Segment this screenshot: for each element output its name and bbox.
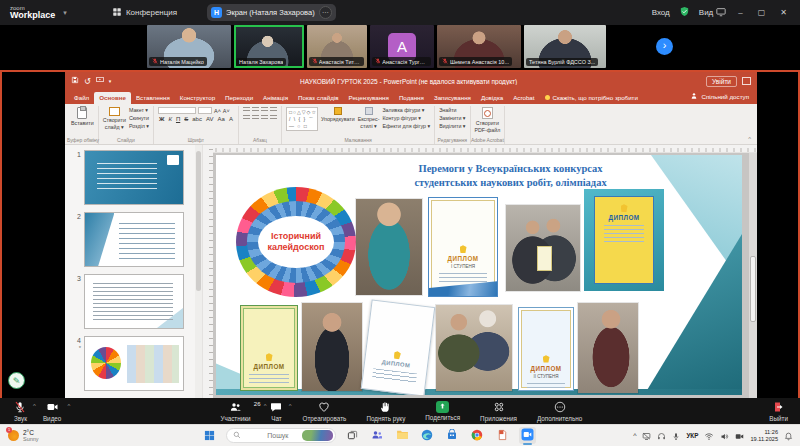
- font-style-button[interactable]: AV: [205, 116, 215, 122]
- chrome-button[interactable]: [469, 427, 486, 444]
- ribbon-tab-2[interactable]: Основне: [94, 92, 131, 104]
- font-name-box[interactable]: [158, 107, 196, 114]
- slide-thumbnail-row[interactable]: 4*: [69, 336, 193, 391]
- participant-tile[interactable]: Тетяна Бурлій ФДССО З...: [524, 25, 606, 68]
- ribbon-tab-1[interactable]: Файл: [69, 92, 94, 104]
- participant-tile[interactable]: Наталія Мацейко: [147, 25, 231, 68]
- participant-tile[interactable]: Наталя Захарова: [234, 25, 304, 68]
- ppt-sign-in-button[interactable]: Увійти: [706, 76, 737, 87]
- minimize-button[interactable]: –: [735, 8, 745, 17]
- ribbon-tab-4[interactable]: Конструктор: [175, 92, 220, 104]
- share-screen-button[interactable]: Поделиться: [425, 401, 460, 422]
- numbering-icon[interactable]: [252, 107, 259, 113]
- font-style-button[interactable]: Ж: [158, 116, 165, 122]
- ribbon-tab-6[interactable]: Анімація: [258, 92, 293, 104]
- chat-button[interactable]: Чат ^: [270, 401, 282, 422]
- align-left-icon[interactable]: [243, 115, 250, 121]
- ribbon-tab-10[interactable]: Записування: [429, 92, 476, 104]
- ribbon-tab-12[interactable]: Acrobat: [508, 92, 539, 104]
- audio-button[interactable]: Звук ^: [14, 401, 27, 422]
- language-indicator[interactable]: УКР: [686, 432, 698, 439]
- tray-camera-icon[interactable]: [735, 427, 744, 445]
- find-button[interactable]: Знайти: [439, 107, 465, 113]
- next-participants-button[interactable]: ›: [656, 38, 673, 55]
- ribbon-display-options-icon[interactable]: [742, 77, 751, 85]
- justify-icon[interactable]: [270, 115, 277, 121]
- tray-overflow-button[interactable]: ^: [633, 432, 636, 439]
- tray-mic-icon[interactable]: [672, 427, 680, 445]
- edge-button[interactable]: [419, 427, 436, 444]
- start-button[interactable]: [201, 427, 218, 444]
- chat-chevron[interactable]: ^: [289, 403, 292, 409]
- font-style-button[interactable]: Aa: [217, 116, 226, 122]
- layout-button[interactable]: Макет ▾: [129, 107, 149, 113]
- align-center-icon[interactable]: [252, 115, 259, 121]
- participants-button[interactable]: Участники 26 ^: [220, 401, 250, 422]
- grow-font-icon[interactable]: A˄: [214, 108, 221, 114]
- ppt-share-button[interactable]: Спільний доступ: [686, 92, 753, 104]
- create-pdf-button[interactable]: Створити PDF-файл: [475, 107, 501, 133]
- collapse-ribbon-button[interactable]: ^: [744, 136, 755, 144]
- slide-thumbnail-row[interactable]: 1: [69, 150, 193, 205]
- react-button[interactable]: Отреагировать: [302, 401, 346, 422]
- participant-tile[interactable]: Шемета Анастасія 10...: [437, 25, 521, 68]
- annotation-pencil-button[interactable]: ✎: [8, 372, 25, 389]
- meeting-tab[interactable]: Конференция: [112, 7, 177, 19]
- select-button[interactable]: Виділити ▾: [439, 123, 465, 129]
- search-box[interactable]: Пошук: [226, 428, 336, 443]
- leave-button[interactable]: Выйти: [769, 401, 788, 422]
- shape-fill-button[interactable]: Заливка фігури ▾: [382, 107, 430, 113]
- replace-button[interactable]: Замінити ▾: [439, 115, 465, 121]
- slide-scrollbar[interactable]: [749, 153, 757, 398]
- font-style-button[interactable]: S: [183, 116, 189, 122]
- arrange-button[interactable]: Упорядкувати: [321, 107, 355, 122]
- shrink-font-icon[interactable]: A˅: [223, 108, 230, 114]
- slideshow-icon[interactable]: [96, 76, 104, 86]
- file-explorer-button[interactable]: [394, 427, 411, 444]
- share-options-button[interactable]: ⋯: [319, 6, 332, 19]
- shape-effects-button[interactable]: Ефекти для фігур ▾: [382, 123, 430, 129]
- font-style-button[interactable]: П: [175, 116, 181, 122]
- task-view-button[interactable]: [344, 427, 361, 444]
- ribbon-tab-8[interactable]: Рецензування: [344, 92, 394, 104]
- chevron-down-icon[interactable]: ▾: [63, 9, 67, 17]
- font-style-button[interactable]: A: [228, 116, 234, 122]
- quick-styles-button[interactable]: Експрес- стилі ▾: [358, 107, 380, 129]
- zoom-app-button[interactable]: [519, 427, 536, 444]
- notifications-icon[interactable]: [784, 427, 793, 445]
- slide-thumbnail[interactable]: [84, 150, 184, 205]
- participant-tile[interactable]: ААнастасія Тургенева: [370, 25, 434, 68]
- shared-screen-pill[interactable]: Н Экран (Наталя Захарова) ⋯: [207, 4, 336, 21]
- document-app-button[interactable]: [494, 427, 511, 444]
- font-size-box[interactable]: [198, 107, 212, 114]
- slide-thumbnail-row[interactable]: 2: [69, 212, 193, 267]
- clock[interactable]: 11:26 19.11.2025: [750, 429, 778, 442]
- ribbon-tab-11[interactable]: Довідка: [476, 92, 508, 104]
- font-style-button[interactable]: abc: [191, 116, 203, 122]
- slide-thumbnail-row[interactable]: 3: [69, 274, 193, 329]
- new-slide-button[interactable]: Створити слайд ▾: [103, 107, 126, 130]
- quick-access-dropdown-icon[interactable]: ▾: [109, 78, 112, 84]
- teams-button[interactable]: [369, 427, 386, 444]
- save-icon[interactable]: [71, 76, 79, 86]
- headset-icon[interactable]: [657, 427, 666, 445]
- weather-widget[interactable]: 2°C Sunny: [8, 429, 39, 443]
- slide-thumbnail[interactable]: [84, 212, 184, 267]
- slide-thumbnail[interactable]: [84, 274, 184, 329]
- font-style-button[interactable]: К: [167, 116, 173, 122]
- maximize-button[interactable]: ▢: [755, 8, 769, 17]
- undo-icon[interactable]: ↺: [84, 77, 91, 86]
- audio-options-chevron[interactable]: ^: [33, 403, 36, 409]
- slide-thumbnail[interactable]: [84, 336, 184, 391]
- ribbon-tab-5[interactable]: Переходи: [220, 92, 258, 104]
- line-spacing-icon[interactable]: [270, 107, 277, 113]
- ribbon-tab-3[interactable]: Вставлення: [131, 92, 175, 104]
- apps-button[interactable]: Приложения: [480, 401, 517, 422]
- slide[interactable]: Перемоги у Всеукраїнських конкурсах студ…: [216, 155, 742, 395]
- display-off-icon[interactable]: [642, 427, 651, 445]
- section-button[interactable]: Розділ ▾: [129, 123, 149, 129]
- shapes-gallery[interactable]: □○△▽◇☆ / \ { } ⌒ — ○ □: [286, 107, 318, 131]
- reset-button[interactable]: Скинути: [129, 115, 149, 121]
- indent-icon[interactable]: [261, 107, 268, 113]
- raise-hand-button[interactable]: Поднять руку: [366, 401, 405, 422]
